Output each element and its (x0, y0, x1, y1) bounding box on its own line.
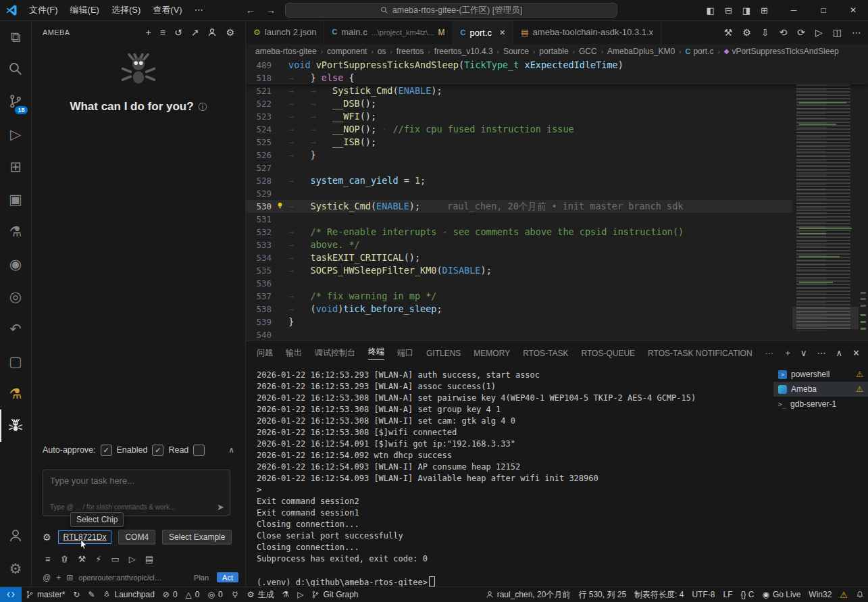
auto-approve-checkbox-0[interactable]: ✓ (101, 445, 112, 456)
toggle-primary-sidebar-icon[interactable]: ◧ (707, 6, 715, 15)
history-icon[interactable]: ↺ (174, 28, 182, 37)
com-port-button[interactable]: COM4 (118, 530, 155, 545)
activitybar-explorer[interactable]: ⧉ (0, 20, 31, 53)
status-blame-status[interactable]: raul_chen, 20个月前 (482, 587, 575, 602)
terminal-item-Ameba[interactable]: Ameba⚠ (773, 382, 868, 397)
more-editor-actions-icon[interactable]: ⋯ (852, 28, 861, 37)
panel-tab-MEMORY[interactable]: MEMORY (474, 349, 510, 358)
menu-overflow-icon[interactable]: ⋯ (195, 5, 203, 14)
close-window[interactable]: ✕ (838, 0, 868, 20)
info-icon[interactable]: ⓘ (199, 103, 207, 111)
status-launchpad[interactable]: Launchpad (99, 587, 158, 602)
model-name[interactable]: openrouter:anthropic/clau... (78, 574, 165, 582)
status-notifications[interactable] (852, 587, 868, 602)
breadcrumb-item[interactable]: freertos (397, 47, 424, 56)
select-example-button[interactable]: Select Example (162, 530, 232, 545)
mention-icon[interactable]: @ (43, 574, 51, 582)
close-panel-icon[interactable]: ✕ (852, 349, 860, 357)
build-tools-icon[interactable]: ⚒ (78, 555, 86, 563)
toggle-secondary-sidebar-icon[interactable]: ◨ (742, 6, 750, 15)
activitybar-ameba-assistant[interactable] (0, 409, 31, 442)
maximize-window[interactable]: □ (809, 0, 838, 20)
breadcrumb-item[interactable]: component (327, 47, 367, 56)
panel-tab-RTOS-TASK[interactable]: RTOS-TASK (523, 349, 568, 358)
breadcrumb-item[interactable]: ameba-rtos-gitee (255, 47, 317, 56)
status-encoding[interactable]: UTF-8 (688, 587, 719, 602)
terminal-profile-dropdown-icon[interactable]: ∨ (800, 349, 807, 357)
status-eol[interactable]: LF (719, 587, 736, 602)
panel-tab--[interactable]: 端口 (397, 347, 413, 359)
serial-monitor-icon[interactable]: ▭ (111, 555, 119, 563)
minimap-slider[interactable] (792, 307, 859, 329)
status-sync-changes[interactable]: ↻ (69, 587, 84, 602)
activitybar-testing[interactable]: ⚗ (0, 215, 31, 247)
activitybar-extensions[interactable]: ⊞ (0, 150, 31, 182)
panel-more-actions-icon[interactable]: ⋯ (817, 349, 826, 357)
nav-forward-icon[interactable]: → (266, 5, 276, 15)
status-run-status[interactable]: ▷ (293, 587, 307, 602)
plan-mode-button[interactable]: Plan (190, 573, 213, 582)
status-serial-port[interactable] (227, 587, 243, 602)
activitybar-remote-explorer[interactable]: ▣ (0, 182, 31, 215)
nav-forward-file-icon[interactable]: ⟳ (797, 28, 805, 37)
code-editor[interactable]: 489void vPortSuppressTicksAndSleep(TickT… (246, 59, 868, 341)
nav-back-file-icon[interactable]: ⟲ (780, 28, 788, 37)
flash-device-icon[interactable]: ⚡ (95, 555, 101, 563)
status-errors[interactable]: ⊘0 (159, 587, 182, 602)
activitybar-packages[interactable]: ▢ (0, 345, 31, 377)
status-git-graph[interactable]: Git Graph (307, 587, 362, 602)
tab-launch-2.json[interactable]: ⚙launch 2.json (246, 20, 324, 44)
status-build-target[interactable]: ⚙生成 (243, 587, 278, 602)
activitybar-timeline-back[interactable]: ↶ (0, 312, 31, 345)
breadcrumb-item[interactable]: portable (539, 47, 568, 56)
status-test-status[interactable]: ⚗ (278, 587, 293, 602)
act-mode-button[interactable]: Act (217, 572, 238, 582)
clear-icon[interactable] (60, 555, 69, 563)
panel-tab--[interactable]: ⋯ (765, 349, 773, 358)
account-icon[interactable] (207, 28, 217, 37)
status-remote-indicator[interactable] (0, 587, 22, 602)
task-list-icon[interactable]: ≡ (160, 28, 165, 37)
activitybar-lab[interactable]: ⚗ (0, 377, 31, 409)
terminal-item-powershell[interactable]: >powershell⚠ (773, 367, 868, 382)
task-input[interactable]: Type your task here... Type @ ... / for … (43, 470, 230, 516)
menu-item-3[interactable]: 查看(V) (147, 0, 188, 20)
split-editor-icon[interactable]: ◫ (833, 28, 842, 37)
status-go-live[interactable]: ◉Go Live (758, 587, 805, 602)
new-task-icon[interactable]: + (146, 28, 151, 37)
maximize-panel-icon[interactable]: ∧ (836, 349, 843, 357)
run-file-icon[interactable]: ▷ (815, 28, 823, 37)
overview-ruler[interactable] (859, 59, 868, 341)
activitybar-live-preview[interactable]: ◎ (0, 280, 31, 312)
editor-settings-icon[interactable]: ⚙ (742, 28, 751, 37)
panel-tab--[interactable]: 调试控制台 (315, 347, 355, 359)
nav-back-icon[interactable]: ← (246, 5, 255, 15)
terminal-output[interactable]: 2026-01-22 16:12:53.293 [WLAN-A] auth su… (246, 365, 773, 587)
new-terminal-icon[interactable]: + (785, 349, 790, 357)
panel-tab--[interactable]: 输出 (286, 347, 302, 359)
status-edit-status[interactable]: ✎ (84, 587, 99, 602)
customize-layout-icon[interactable]: ⊞ (761, 6, 768, 15)
activitybar-run-task[interactable]: ◉ (0, 247, 31, 280)
breadcrumb-item[interactable]: Cport.c (685, 47, 713, 56)
collapse-approve-icon[interactable]: ∧ (228, 446, 234, 454)
panel-tab-RTOS-TASK-NOTIFICATION[interactable]: RTOS-TASK NOTIFICATION (648, 349, 752, 358)
download-icon[interactable]: ⇩ (761, 28, 769, 37)
menu-overflow[interactable]: ⋯ (188, 0, 209, 20)
breadcrumb-item[interactable]: os (378, 47, 386, 56)
activitybar-manage[interactable]: ⚙ (0, 552, 31, 584)
task-queue-icon[interactable]: ≡ (45, 555, 51, 563)
breadcrumb-item[interactable]: ◆vPortSuppressTicksAndSleep (724, 47, 839, 56)
add-context-icon[interactable]: + (56, 574, 61, 582)
menu-item-2[interactable]: 选择(S) (105, 0, 147, 20)
activitybar-accounts[interactable] (0, 520, 31, 552)
panel-tab-GITLENS[interactable]: GITLENS (426, 349, 461, 358)
menu-item-0[interactable]: 文件(F) (23, 0, 64, 20)
minimap[interactable] (792, 59, 859, 341)
status-warnings[interactable]: △0 (182, 587, 204, 602)
breadcrumb-item[interactable]: GCC (579, 47, 597, 56)
breadcrumb-item[interactable]: Source (503, 47, 529, 56)
command-center[interactable]: ameba-rtos-gitee-(工作区) [管理员] (285, 3, 617, 18)
run-on-device-icon[interactable]: ▷ (129, 555, 136, 563)
panel-tab--[interactable]: 问题 (257, 347, 273, 359)
